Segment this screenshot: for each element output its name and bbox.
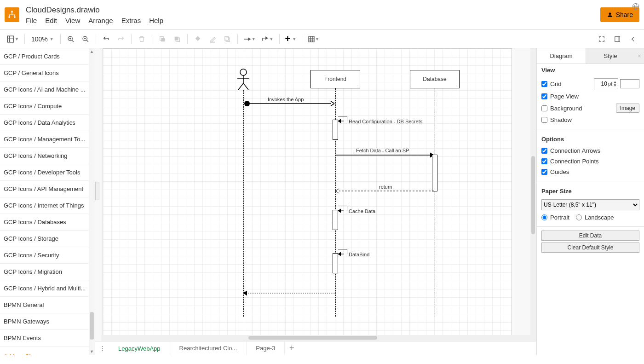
page-tab[interactable]: Page-3 <box>247 341 285 355</box>
shape-category[interactable]: BPMN General <box>0 297 95 313</box>
shape-category[interactable]: GCP Icons / API Management <box>0 181 95 197</box>
shape-category[interactable]: GCP Icons / Networking <box>0 148 95 164</box>
clear-default-style-button[interactable]: Clear Default Style <box>541 243 639 253</box>
zoom-level[interactable]: 100%▼ <box>29 35 57 43</box>
scrollbar-thumb[interactable] <box>531 156 535 234</box>
format-panel: Diagram Style × View Grid pt▲▼ Page View… <box>536 48 644 355</box>
scroll-down-icon[interactable]: ▼ <box>90 349 94 354</box>
horizontal-scrollbar[interactable] <box>101 335 530 341</box>
svg-line-8 <box>72 40 74 42</box>
shape-category[interactable]: GCP Icons / Developer Tools <box>0 164 95 181</box>
zoom-out-icon[interactable] <box>79 33 92 46</box>
message-label: Read Configuration - DB Secrets <box>349 119 422 124</box>
message-label: Fetch Data - Call an SP <box>356 148 409 153</box>
return-arrow[interactable] <box>243 290 335 296</box>
add-page-button[interactable]: + <box>285 343 299 353</box>
zoom-in-icon[interactable] <box>64 33 77 46</box>
menu-help[interactable]: Help <box>149 17 163 24</box>
shape-category[interactable]: GCP Icons / Migration <box>0 264 95 280</box>
svg-rect-19 <box>224 36 228 40</box>
view-dropdown[interactable]: ▼ <box>5 33 21 46</box>
shape-category[interactable]: GCP Icons / Hybrid and Multi... <box>0 280 95 297</box>
scrollbar-thumb[interactable] <box>248 336 377 340</box>
background-image-button[interactable]: Image <box>616 104 639 113</box>
tab-style[interactable]: Style <box>586 48 635 64</box>
svg-rect-0 <box>11 11 12 12</box>
connection-dropdown[interactable]: ▼ <box>242 33 258 46</box>
shadow-checkbox[interactable]: Shadow <box>541 116 572 123</box>
collapse-icon[interactable] <box>627 33 639 46</box>
connection-points-checkbox[interactable]: Connection Points <box>541 158 599 165</box>
activation-bar[interactable] <box>432 155 437 191</box>
database-participant[interactable]: Database <box>410 70 460 88</box>
redo-button[interactable] <box>115 33 127 46</box>
canvas[interactable]: Frontend Database Invokes the App Read C… <box>95 48 536 341</box>
shape-category[interactable]: GCP Icons / Security <box>0 247 95 264</box>
shape-category[interactable]: GCP / General Icons <box>0 65 95 81</box>
menu-edit[interactable]: Edit <box>45 17 57 24</box>
paper-size-select[interactable]: US-Letter (8,5" x 11") <box>541 199 639 210</box>
database-lifeline[interactable] <box>435 88 435 317</box>
delete-button[interactable] <box>135 33 148 46</box>
table-dropdown[interactable]: ▼ <box>306 33 321 46</box>
shadow-button[interactable] <box>221 33 234 46</box>
shape-category[interactable]: BPMN Events <box>0 330 95 347</box>
grid-checkbox[interactable]: Grid <box>541 81 562 87</box>
actor-icon[interactable] <box>236 69 250 91</box>
shape-category[interactable]: GCP Icons / Databases <box>0 214 95 231</box>
collapse-left-panel[interactable] <box>95 182 99 200</box>
menu-file[interactable]: File <box>26 17 37 24</box>
shape-category[interactable]: GCP Icons / Internet of Things <box>0 197 95 214</box>
fullscreen-icon[interactable] <box>595 33 608 46</box>
shape-category[interactable]: GCP Icons / Storage <box>0 231 95 247</box>
menu-extras[interactable]: Extras <box>121 17 141 24</box>
self-message-arrow[interactable] <box>338 252 345 256</box>
background-checkbox[interactable]: Background <box>541 105 582 112</box>
connection-arrows-checkbox[interactable]: Connection Arrows <box>541 147 600 154</box>
line-color-button[interactable] <box>206 33 219 46</box>
landscape-radio[interactable]: Landscape <box>576 214 614 221</box>
grid-size-input[interactable] <box>595 79 608 89</box>
activation-bar[interactable] <box>333 253 338 273</box>
page-tab[interactable]: LegacyWebApp <box>109 341 170 355</box>
edit-data-button[interactable]: Edit Data <box>541 231 639 241</box>
page-tab[interactable]: Rearchitectured Clo... <box>170 341 247 355</box>
tab-diagram[interactable]: Diagram <box>537 48 586 64</box>
scroll-up-icon[interactable]: ▲ <box>90 49 94 54</box>
frontend-participant[interactable]: Frontend <box>310 70 360 88</box>
to-back-button[interactable] <box>171 33 184 46</box>
page-view-checkbox[interactable]: Page View <box>541 93 579 100</box>
shape-category[interactable]: GCP Icons / Management To... <box>0 131 95 148</box>
portrait-radio[interactable]: Portrait <box>541 214 569 221</box>
shape-category[interactable]: BPMN Gateways <box>0 313 95 330</box>
insert-dropdown[interactable]: +▼ <box>283 33 299 46</box>
to-front-button[interactable] <box>156 33 169 46</box>
globe-icon[interactable] <box>632 3 639 12</box>
self-message-arrow[interactable] <box>338 119 345 123</box>
activation-bar[interactable] <box>333 210 338 230</box>
shape-category[interactable]: GCP Icons / AI and Machine ... <box>0 81 95 98</box>
activation-bar[interactable] <box>333 120 338 140</box>
shape-category[interactable]: GCP / Product Cards <box>0 48 95 65</box>
format-panel-icon[interactable] <box>611 33 624 46</box>
more-shapes-button[interactable]: +More Shapes... <box>0 347 95 355</box>
fill-color-button[interactable] <box>191 33 204 46</box>
grid-color-swatch[interactable] <box>620 79 639 88</box>
waypoint-dropdown[interactable]: ▼ <box>259 33 276 46</box>
stepper-down-icon[interactable]: ▼ <box>613 84 617 87</box>
menu-arrange[interactable]: Arrange <box>88 17 113 24</box>
close-panel-icon[interactable]: × <box>635 48 644 64</box>
actor-lifeline[interactable] <box>243 90 244 317</box>
tabs-menu-icon[interactable]: ⋮ <box>95 345 109 352</box>
undo-button[interactable] <box>100 33 113 46</box>
menu-view[interactable]: View <box>65 17 80 24</box>
shape-category[interactable]: GCP Icons / Data Analytics <box>0 115 95 131</box>
vertical-scrollbar[interactable] <box>530 48 536 341</box>
scrollbar-thumb[interactable] <box>90 312 94 340</box>
self-message-arrow[interactable] <box>338 208 345 213</box>
document-title[interactable]: CloudDesigns.drawio <box>26 6 163 15</box>
svg-rect-20 <box>226 38 230 41</box>
guides-checkbox[interactable]: Guides <box>541 168 569 175</box>
shape-category[interactable]: GCP Icons / Compute <box>0 98 95 115</box>
app-logo[interactable] <box>5 7 19 22</box>
